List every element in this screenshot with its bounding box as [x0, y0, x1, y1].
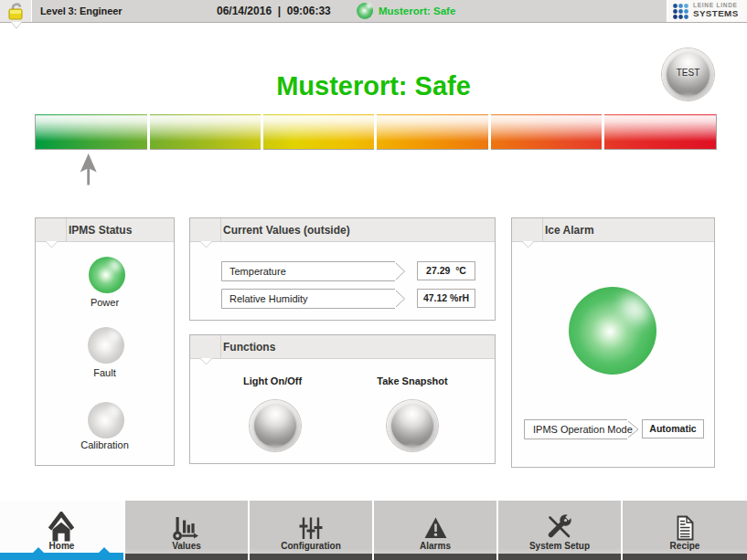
svg-text:IPMS Operation Mode: IPMS Operation Mode	[533, 424, 633, 435]
svg-text:Temperature: Temperature	[229, 266, 286, 277]
svg-text:Relative Humidity: Relative Humidity	[229, 293, 308, 304]
